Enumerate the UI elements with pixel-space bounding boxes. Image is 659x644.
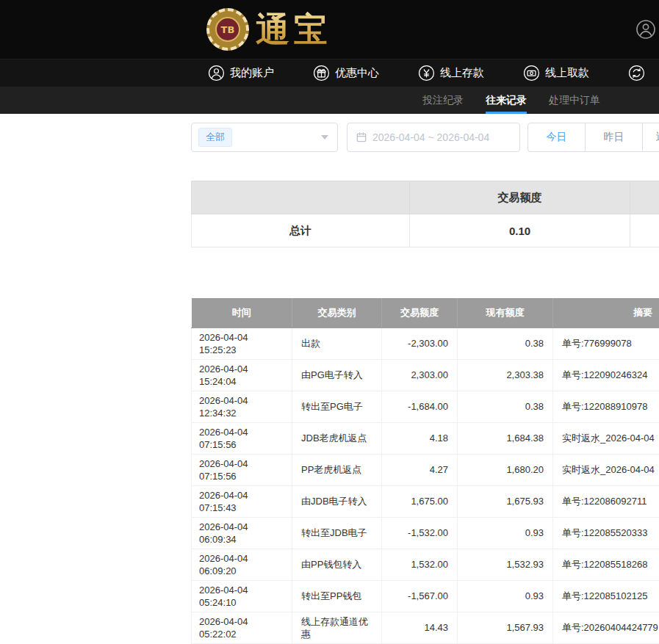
cell-amount: -2,303.00 xyxy=(382,328,458,359)
nav-item-label: 优惠中心 xyxy=(335,66,379,80)
cell-type: 由JDB电子转入 xyxy=(292,485,382,517)
cell-amount: 14.43 xyxy=(382,612,458,643)
column-header: 交易类别 xyxy=(292,298,382,328)
nav-item-1[interactable]: 我的账户 xyxy=(208,65,274,82)
type-select[interactable]: 全部 xyxy=(191,123,338,152)
cell-time: 2026-04-04 12:34:32 xyxy=(192,391,292,422)
cell-amount: -1,567.00 xyxy=(382,580,458,612)
table-row: 2026-04-04 07:15:56PP老虎机返点4.271,680.20实时… xyxy=(192,454,659,485)
date-range-input[interactable]: 2026-04-04 ~ 2026-04-04 xyxy=(347,123,520,152)
cell-summary: 单号:776999078 xyxy=(553,328,659,359)
account-icon[interactable] xyxy=(635,19,656,40)
calendar-icon xyxy=(356,131,367,143)
cell-summary: 单号:20260404424779 xyxy=(553,612,659,643)
cell-time: 2026-04-04 05:22:02 xyxy=(192,612,292,643)
cell-summary: 单号:122088910978 xyxy=(553,391,659,422)
nav-item-label: 我的账户 xyxy=(230,66,274,80)
cell-amount: 2,303.00 xyxy=(382,359,458,391)
cell-balance: 1,532.93 xyxy=(458,549,553,580)
cell-amount: 1,675.00 xyxy=(382,485,458,517)
cell-balance: 1,567.93 xyxy=(458,612,553,643)
brand-logo: TB 通宝 xyxy=(206,8,332,51)
quick-range-button-2[interactable]: 昨日 xyxy=(585,123,643,152)
table-row: 2026-04-04 05:22:02线上存款通道优惠14.431,567.93… xyxy=(192,612,659,643)
logo-badge: TB xyxy=(215,17,240,42)
cell-balance: 2,303.38 xyxy=(458,359,553,391)
cell-time: 2026-04-04 15:25:23 xyxy=(192,328,292,359)
withdraw-coin-icon xyxy=(523,65,540,82)
cell-balance: 0.93 xyxy=(458,517,553,549)
cell-summary: 实时返水_2026-04-04 xyxy=(553,422,659,454)
user-icon xyxy=(208,65,225,82)
cell-type: JDB老虎机返点 xyxy=(292,422,382,454)
column-header: 交易额度 xyxy=(382,298,458,328)
content-area: 全部 2026-04-04 ~ 2026-04-04 今日昨日近一周 交易额度 … xyxy=(0,123,659,644)
tab-3[interactable]: 处理中订单 xyxy=(549,87,600,114)
nav-item-label: 线上取款 xyxy=(545,66,589,80)
table-row: 2026-04-04 06:09:20由PP钱包转入1,532.001,532.… xyxy=(192,549,659,580)
quick-range-buttons: 今日昨日近一周 xyxy=(527,123,659,152)
cell-balance: 0.38 xyxy=(458,328,553,359)
cell-time: 2026-04-04 05:24:10 xyxy=(192,580,292,612)
selected-type-tag: 全部 xyxy=(198,128,232,147)
cell-time: 2026-04-04 07:15:56 xyxy=(192,454,292,485)
summary-total-row: 总计 0.10 xyxy=(192,214,659,247)
nav-item-5[interactable] xyxy=(628,65,650,82)
cell-balance: 1,675.93 xyxy=(458,485,553,517)
date-range-value: 2026-04-04 ~ 2026-04-04 xyxy=(372,131,489,143)
logo-text: 通宝 xyxy=(256,8,332,51)
column-header: 时间 xyxy=(192,298,292,328)
table-row: 2026-04-04 05:24:10转出至PP钱包-1,567.000.93单… xyxy=(192,580,659,612)
cell-summary: 单号:122086092711 xyxy=(553,485,659,517)
tab-1[interactable]: 投注纪录 xyxy=(422,87,464,114)
table-row: 2026-04-04 15:25:23出款-2,303.000.38单号:776… xyxy=(192,328,659,359)
cell-summary: 单号:122085102125 xyxy=(553,580,659,612)
deposit-coin-icon xyxy=(418,65,435,82)
main-nav: 我的账户优惠中心线上存款线上取款 xyxy=(0,59,659,87)
nav-item-label: 线上存款 xyxy=(440,66,484,80)
cell-summary: 单号:122085520333 xyxy=(553,517,659,549)
cell-amount: 4.18 xyxy=(382,422,458,454)
tab-2[interactable]: 往来记录 xyxy=(486,87,527,114)
cell-time: 2026-04-04 15:24:04 xyxy=(192,359,292,391)
cell-time: 2026-04-04 06:09:34 xyxy=(192,517,292,549)
casino-chip-icon: TB xyxy=(206,8,249,51)
quick-range-button-3[interactable]: 近一周 xyxy=(642,123,659,152)
cell-time: 2026-04-04 06:09:20 xyxy=(192,549,292,580)
table-row: 2026-04-04 15:24:04由PG电子转入2,303.002,303.… xyxy=(192,359,659,391)
cell-amount: 1,532.00 xyxy=(382,549,458,580)
table-row: 2026-04-04 12:34:32转出至PG电子-1,684.000.38单… xyxy=(192,391,659,422)
summary-header-spacer-2 xyxy=(630,181,659,214)
cell-balance: 1,684.38 xyxy=(458,422,553,454)
table-header-row: 时间交易类别交易额度现有额度摘要 xyxy=(192,298,659,328)
cell-amount: -1,532.00 xyxy=(382,517,458,549)
cell-summary: 单号:122090246324 xyxy=(553,359,659,391)
cell-time: 2026-04-04 07:15:43 xyxy=(192,485,292,517)
summary-header-amount: 交易额度 xyxy=(410,181,630,214)
transactions-body: 2026-04-04 15:25:23出款-2,303.000.38单号:776… xyxy=(192,328,659,644)
table-row: 2026-04-04 07:15:56JDB老虎机返点4.181,684.38实… xyxy=(192,422,659,454)
cell-balance: 1,680.20 xyxy=(458,454,553,485)
summary-header-spacer xyxy=(192,181,410,214)
cell-type: 由PG电子转入 xyxy=(292,359,382,391)
gift-icon xyxy=(313,65,330,82)
nav-item-3[interactable]: 线上存款 xyxy=(418,65,484,82)
cell-balance: 0.38 xyxy=(458,391,553,422)
cell-type: 由PP钱包转入 xyxy=(292,549,382,580)
quick-range-button-1[interactable]: 今日 xyxy=(527,123,586,152)
summary-table: 交易额度 总计 0.10 xyxy=(191,181,659,247)
cell-type: 转出至PP钱包 xyxy=(292,580,382,612)
cell-type: PP老虎机返点 xyxy=(292,454,382,485)
nav-item-2[interactable]: 优惠中心 xyxy=(313,65,379,82)
record-tabs: 投注纪录往来记录处理中订单 xyxy=(0,87,659,114)
summary-total-extra xyxy=(630,214,659,247)
top-header: TB 通宝 xyxy=(0,0,659,59)
cell-balance: 0.93 xyxy=(458,580,553,612)
cell-type: 线上存款通道优惠 xyxy=(292,612,382,643)
nav-item-4[interactable]: 线上取款 xyxy=(523,65,589,82)
cell-amount: -1,684.00 xyxy=(382,391,458,422)
cell-amount: 4.27 xyxy=(382,454,458,485)
cell-time: 2026-04-04 07:15:56 xyxy=(192,422,292,454)
column-header: 摘要 xyxy=(553,298,659,328)
transactions-table: 时间交易类别交易额度现有额度摘要 2026-04-04 15:25:23出款-2… xyxy=(191,298,659,644)
